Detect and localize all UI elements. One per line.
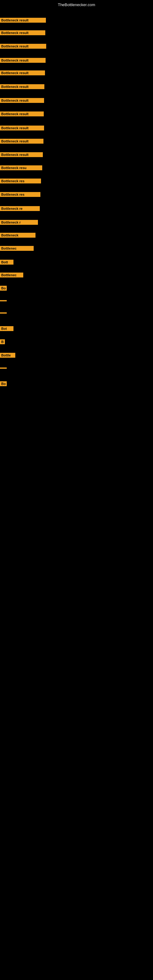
- bottleneck-badge: Bottleneck resu: [0, 165, 42, 170]
- bottleneck-badge: Bottleneck result: [0, 126, 44, 130]
- bottleneck-badge: Bott: [0, 260, 13, 265]
- bottleneck-badge: Bottleneck result: [0, 44, 46, 49]
- bottleneck-badge: [0, 300, 7, 301]
- bottleneck-badge: Bottleneck result: [0, 152, 43, 157]
- bottleneck-badge: B: [0, 339, 5, 344]
- bottleneck-badge: Bottleneck result: [0, 58, 46, 63]
- bottleneck-badge: Bottleneck result: [0, 111, 44, 116]
- bottleneck-badge: Bottleneck result: [0, 84, 45, 89]
- bottleneck-badge: Bottleneck result: [0, 139, 43, 144]
- bottleneck-badge: Bottleneck res: [0, 178, 41, 183]
- bottleneck-badge: Bottlenec: [0, 272, 23, 277]
- site-title: TheBottlenecker.com: [58, 2, 95, 7]
- bottleneck-badge: Bottleneck result: [0, 18, 46, 23]
- bottleneck-badge: Bottleneck: [0, 233, 35, 238]
- bottleneck-badge: Bot: [0, 326, 13, 331]
- bottleneck-badge: Bottlenec: [0, 246, 33, 251]
- bottleneck-badge: Bottleneck result: [0, 30, 45, 35]
- bottleneck-badge: Bottleneck res: [0, 192, 40, 197]
- bottleneck-badge: [0, 312, 7, 313]
- bottleneck-badge: [0, 368, 7, 369]
- bottleneck-badge: Bo: [0, 381, 7, 386]
- bottleneck-badge: Bottleneck re: [0, 206, 40, 211]
- bottleneck-badge: Bottle: [0, 353, 15, 358]
- bottleneck-badge: Bottleneck result: [0, 70, 45, 75]
- bottleneck-badge: Bottleneck r: [0, 220, 38, 225]
- bottleneck-badge: Bo: [0, 286, 7, 291]
- bottleneck-badge: Bottleneck result: [0, 98, 44, 103]
